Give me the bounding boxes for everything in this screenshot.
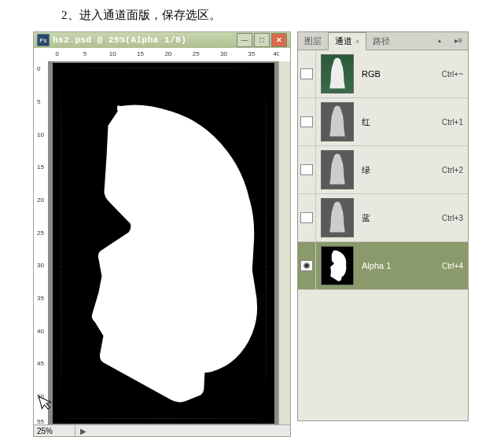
tab-close-icon[interactable]: × <box>355 38 359 46</box>
instruction-text: 2、进入通道面版，保存选区。 <box>61 8 221 23</box>
channel-name: 蓝 <box>362 212 442 224</box>
channel-row-rgb[interactable]: RGB Ctrl+~ <box>298 50 468 98</box>
panel-collapse-icon[interactable]: ▴ <box>438 37 449 43</box>
status-bar: 25% ▶ <box>34 424 290 436</box>
marching-ants-selection <box>61 68 267 419</box>
channel-shortcut: Ctrl+1 <box>442 118 463 127</box>
ruler-origin[interactable] <box>34 49 49 62</box>
channel-shortcut: Ctrl+~ <box>442 70 463 79</box>
vertical-scrollbar[interactable] <box>278 61 290 425</box>
panel-empty-area <box>298 290 468 420</box>
channel-row-green[interactable]: 绿 Ctrl+2 <box>298 146 468 194</box>
channel-thumbnail[interactable] <box>321 198 354 237</box>
tab-layers[interactable]: 图层 <box>298 33 328 50</box>
status-menu-arrow-icon[interactable]: ▶ <box>75 427 91 435</box>
canvas[interactable] <box>48 61 279 425</box>
channel-mask-view <box>53 63 274 424</box>
zoom-input[interactable]: 25% <box>34 425 75 436</box>
channel-thumbnail[interactable] <box>321 246 354 285</box>
panel-tab-bar: 图层 通道× 路径 ▴ ▸≡ <box>298 32 468 50</box>
channel-list: RGB Ctrl+~ 红 Ctrl+1 绿 Ctrl+2 蓝 Ctrl <box>298 50 468 290</box>
ruler-vertical[interactable]: 0 5 10 15 20 25 30 35 40 45 50 55 <box>34 61 49 425</box>
maximize-button[interactable]: □ <box>254 33 270 47</box>
channel-name: Alpha 1 <box>362 261 442 270</box>
visibility-toggle[interactable] <box>300 164 313 175</box>
panel-menu-button[interactable]: ▸≡ <box>452 35 465 45</box>
channels-panel: 图层 通道× 路径 ▴ ▸≡ RGB Ctrl+~ 红 Ctrl+1 <box>297 31 469 421</box>
tab-channels[interactable]: 通道× <box>328 32 366 50</box>
ruler-horizontal[interactable]: 0 5 10 15 20 25 30 35 40 <box>48 49 279 62</box>
visibility-toggle[interactable] <box>300 212 313 223</box>
visibility-toggle[interactable] <box>300 68 313 79</box>
channel-shortcut: Ctrl+3 <box>442 214 463 222</box>
channel-row-blue[interactable]: 蓝 Ctrl+3 <box>298 194 468 242</box>
visibility-toggle[interactable] <box>300 260 313 271</box>
document-titlebar[interactable]: Ps hs2.psd @ 25%(Alpha 1/8) — □ ✕ <box>34 32 290 48</box>
close-button[interactable]: ✕ <box>271 33 287 47</box>
channel-name: 绿 <box>362 164 442 176</box>
channel-thumbnail[interactable] <box>321 150 354 189</box>
channel-row-alpha1[interactable]: Alpha 1 Ctrl+4 <box>298 242 468 290</box>
eye-icon <box>302 263 311 269</box>
channel-shortcut: Ctrl+4 <box>442 262 463 270</box>
tab-paths[interactable]: 路径 <box>366 33 396 50</box>
channel-row-red[interactable]: 红 Ctrl+1 <box>298 98 468 146</box>
visibility-toggle[interactable] <box>300 116 313 127</box>
channel-thumbnail[interactable] <box>321 54 354 94</box>
channel-name: RGB <box>362 69 442 79</box>
document-title: hs2.psd @ 25%(Alpha 1/8) <box>53 35 237 45</box>
channel-shortcut: Ctrl+2 <box>442 166 463 174</box>
channel-name: 红 <box>362 116 442 128</box>
document-window: Ps hs2.psd @ 25%(Alpha 1/8) — □ ✕ 0 5 10… <box>33 31 291 437</box>
channel-thumbnail[interactable] <box>321 102 354 141</box>
minimize-button[interactable]: — <box>237 33 252 47</box>
app-icon: Ps <box>37 34 50 46</box>
